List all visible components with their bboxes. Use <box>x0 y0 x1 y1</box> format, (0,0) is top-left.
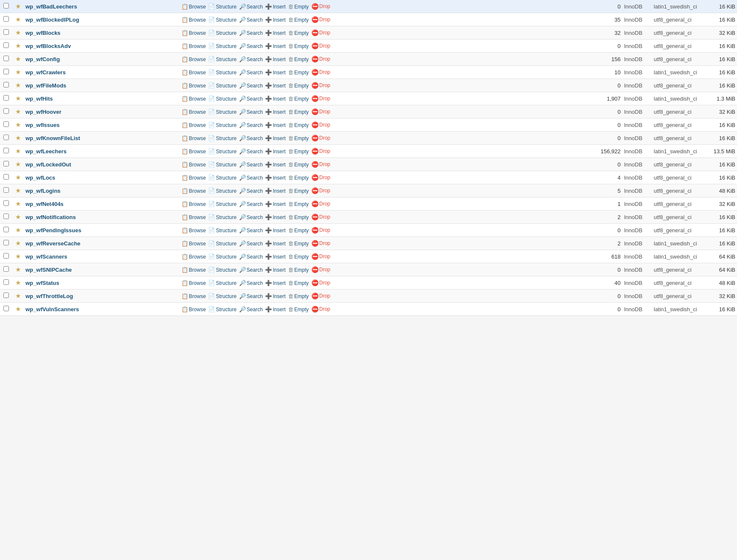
row-checkbox[interactable] <box>3 29 9 35</box>
table-name[interactable]: wp_wfThrottleLog <box>24 290 180 303</box>
empty-button[interactable]: 🗑 Empty <box>288 56 309 62</box>
structure-button[interactable]: 📄 Structure <box>208 214 237 220</box>
insert-button[interactable]: ➕ Insert <box>265 227 285 234</box>
star-icon[interactable]: ★ <box>15 29 21 36</box>
structure-button[interactable]: 📄 Structure <box>208 161 237 168</box>
row-checkbox[interactable] <box>3 240 9 245</box>
insert-button[interactable]: ➕ Insert <box>265 240 285 247</box>
row-checkbox[interactable] <box>3 108 9 114</box>
star-icon[interactable]: ★ <box>15 160 21 168</box>
row-checkbox[interactable] <box>3 148 9 153</box>
table-name[interactable]: wp_wfBlocksAdv <box>24 39 180 53</box>
star-icon[interactable]: ★ <box>15 239 21 247</box>
empty-button[interactable]: 🗑 Empty <box>288 69 309 76</box>
browse-button[interactable]: 📋 Browse <box>181 267 206 273</box>
drop-button[interactable]: ⛔ Drop <box>311 95 330 102</box>
structure-button[interactable]: 📄 Structure <box>208 174 237 181</box>
insert-button[interactable]: ➕ Insert <box>265 174 285 181</box>
insert-button[interactable]: ➕ Insert <box>265 293 285 299</box>
empty-button[interactable]: 🗑 Empty <box>288 82 309 89</box>
structure-button[interactable]: 📄 Structure <box>208 109 237 115</box>
table-name[interactable]: wp_wfVulnScanners <box>24 303 180 316</box>
empty-button[interactable]: 🗑 Empty <box>288 135 309 141</box>
structure-button[interactable]: 📄 Structure <box>208 293 237 299</box>
browse-button[interactable]: 📋 Browse <box>181 306 206 312</box>
drop-button[interactable]: ⛔ Drop <box>311 200 330 207</box>
search-button[interactable]: 🔎 Search <box>239 267 263 273</box>
empty-button[interactable]: 🗑 Empty <box>288 148 309 155</box>
empty-button[interactable]: 🗑 Empty <box>288 201 309 207</box>
structure-button[interactable]: 📄 Structure <box>208 56 237 62</box>
drop-button[interactable]: ⛔ Drop <box>311 306 330 312</box>
row-checkbox[interactable] <box>3 214 9 219</box>
browse-button[interactable]: 📋 Browse <box>181 17 206 23</box>
search-button[interactable]: 🔎 Search <box>239 174 263 181</box>
row-checkbox[interactable] <box>3 227 9 232</box>
row-checkbox[interactable] <box>3 266 9 272</box>
drop-button[interactable]: ⛔ Drop <box>311 214 330 220</box>
empty-button[interactable]: 🗑 Empty <box>288 161 309 168</box>
structure-button[interactable]: 📄 Structure <box>208 96 237 102</box>
table-name[interactable]: wp_wfBlocks <box>24 26 180 39</box>
insert-button[interactable]: ➕ Insert <box>265 43 285 49</box>
insert-button[interactable]: ➕ Insert <box>265 96 285 102</box>
structure-button[interactable]: 📄 Structure <box>208 240 237 247</box>
insert-button[interactable]: ➕ Insert <box>265 201 285 207</box>
search-button[interactable]: 🔎 Search <box>239 30 263 36</box>
insert-button[interactable]: ➕ Insert <box>265 253 285 260</box>
drop-button[interactable]: ⛔ Drop <box>311 148 330 155</box>
empty-button[interactable]: 🗑 Empty <box>288 214 309 220</box>
drop-button[interactable]: ⛔ Drop <box>311 82 330 89</box>
table-name[interactable]: wp_wfConfig <box>24 53 180 66</box>
browse-button[interactable]: 📋 Browse <box>181 30 206 36</box>
structure-button[interactable]: 📄 Structure <box>208 43 237 49</box>
search-button[interactable]: 🔎 Search <box>239 122 263 128</box>
browse-button[interactable]: 📋 Browse <box>181 135 206 141</box>
row-checkbox[interactable] <box>3 69 9 74</box>
table-name[interactable]: wp_wfLocs <box>24 171 180 184</box>
search-button[interactable]: 🔎 Search <box>239 161 263 168</box>
browse-button[interactable]: 📋 Browse <box>181 253 206 260</box>
browse-button[interactable]: 📋 Browse <box>181 82 206 89</box>
browse-button[interactable]: 📋 Browse <box>181 188 206 194</box>
drop-button[interactable]: ⛔ Drop <box>311 253 330 260</box>
empty-button[interactable]: 🗑 Empty <box>288 280 309 286</box>
row-checkbox[interactable] <box>3 121 9 127</box>
insert-button[interactable]: ➕ Insert <box>265 280 285 286</box>
drop-button[interactable]: ⛔ Drop <box>311 227 330 234</box>
table-name[interactable]: wp_wfLeechers <box>24 145 180 158</box>
structure-button[interactable]: 📄 Structure <box>208 69 237 76</box>
row-checkbox[interactable] <box>3 56 9 61</box>
search-button[interactable]: 🔎 Search <box>239 17 263 23</box>
search-button[interactable]: 🔎 Search <box>239 148 263 155</box>
insert-button[interactable]: ➕ Insert <box>265 82 285 89</box>
star-icon[interactable]: ★ <box>15 108 21 115</box>
search-button[interactable]: 🔎 Search <box>239 43 263 49</box>
table-name[interactable]: wp_wfLogins <box>24 184 180 197</box>
star-icon[interactable]: ★ <box>15 42 21 49</box>
browse-button[interactable]: 📋 Browse <box>181 96 206 102</box>
search-button[interactable]: 🔎 Search <box>239 227 263 234</box>
search-button[interactable]: 🔎 Search <box>239 96 263 102</box>
row-checkbox[interactable] <box>3 200 9 206</box>
table-name[interactable]: wp_wfNotifications <box>24 211 180 224</box>
insert-button[interactable]: ➕ Insert <box>265 3 285 10</box>
structure-button[interactable]: 📄 Structure <box>208 30 237 36</box>
empty-button[interactable]: 🗑 Empty <box>288 109 309 115</box>
empty-button[interactable]: 🗑 Empty <box>288 43 309 49</box>
star-icon[interactable]: ★ <box>15 200 21 207</box>
row-checkbox[interactable] <box>3 187 9 193</box>
drop-button[interactable]: ⛔ Drop <box>311 56 330 62</box>
empty-button[interactable]: 🗑 Empty <box>288 306 309 312</box>
structure-button[interactable]: 📄 Structure <box>208 201 237 207</box>
browse-button[interactable]: 📋 Browse <box>181 43 206 49</box>
star-icon[interactable]: ★ <box>15 305 21 312</box>
insert-button[interactable]: ➕ Insert <box>265 188 285 194</box>
star-icon[interactable]: ★ <box>15 292 21 299</box>
star-icon[interactable]: ★ <box>15 253 21 260</box>
structure-button[interactable]: 📄 Structure <box>208 306 237 312</box>
structure-button[interactable]: 📄 Structure <box>208 267 237 273</box>
empty-button[interactable]: 🗑 Empty <box>288 17 309 23</box>
star-icon[interactable]: ★ <box>15 147 21 155</box>
table-name[interactable]: wp_wfHoover <box>24 105 180 118</box>
